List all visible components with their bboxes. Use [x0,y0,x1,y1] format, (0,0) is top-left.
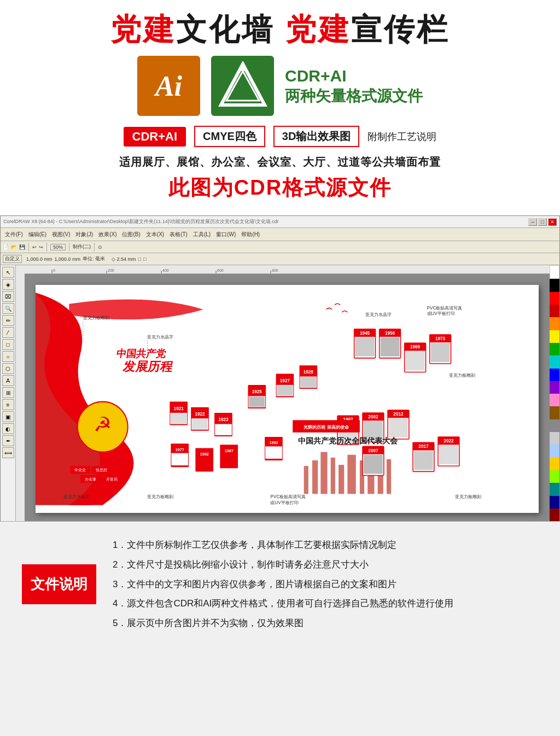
win-minimize[interactable]: ─ [528,218,537,226]
dim-select[interactable]: 自定义 [3,255,22,263]
tool-fill[interactable]: ▣ [2,411,14,422]
svg-rect-20 [339,465,344,494]
svg-rect-78 [265,447,282,459]
tb-save[interactable]: 💾 [19,244,25,250]
swatch-green[interactable] [550,343,559,355]
party-design-svg: ☭ 中国共产党 发展历程 [36,285,539,513]
menu-window[interactable]: 窗口(W) [214,231,238,238]
canvas-wrapper: ☭ 中国共产党 发展历程 [25,274,550,521]
menu-view[interactable]: 视图(V) [50,231,72,238]
swatch-maroon[interactable] [550,509,559,521]
ruler-h-svg: 0 200 400 600 800 [25,265,550,274]
win-close[interactable]: ✕ [548,218,557,226]
swatch-gray[interactable] [550,419,559,432]
tool-text[interactable]: A [2,375,14,386]
tool-interactive[interactable]: ◐ [2,423,14,434]
swatch-cyan[interactable] [550,355,559,368]
tag-craft: 附制作工艺说明 [368,130,436,143]
svg-text:亚克力板雕刻: 亚克力板雕刻 [147,495,173,500]
svg-text:或UV平板打印: 或UV平板打印 [427,311,455,316]
swatch-blue[interactable] [550,369,559,381]
svg-text:中国共产党历次全国代表大会: 中国共产党历次全国代表大会 [298,436,398,445]
menu-edit[interactable]: 编辑(E) [26,231,49,238]
swatch-red[interactable] [550,292,559,305]
win-controls[interactable]: ─ □ ✕ [528,218,557,226]
title-dang2: 党建 [285,12,351,46]
tool-crop[interactable]: ⌧ [2,291,14,302]
svg-rect-18 [320,452,327,494]
left-toolbox: ↖ ◈ ⌧ 🔍 ✏ ∕ □ ○ ⬡ A ⊞ ≡ ▣ ◐ ✒ ⟺ [1,265,16,521]
tag-cmye: CMYE四色 [194,126,265,147]
menu-help[interactable]: 帮助(H) [239,231,262,238]
swatch-purple[interactable] [550,381,559,394]
swatch-white[interactable] [550,265,559,279]
swatch-orange[interactable] [550,317,559,330]
menu-bitmap[interactable]: 位图(B) [120,231,142,238]
tool-node[interactable]: ◈ [2,279,14,290]
menu-table[interactable]: 表格(T) [167,231,190,238]
main-title: 党建文化墙 党建宣传栏 [22,11,538,48]
tool-eyedrop[interactable]: ✒ [2,435,14,446]
menu-text[interactable]: 文本(X) [144,231,166,238]
svg-text:1982: 1982 [200,452,209,457]
menu-object[interactable]: 对象(J) [73,231,95,238]
file-info-item-1: 1．文件中所标制作工艺仅供参考，具体制作工艺要根据实际情况制定 [113,535,538,555]
ruler-horizontal: 0 200 400 600 800 [25,265,550,274]
svg-text:亚克力水晶字: 亚克力水晶字 [63,495,90,500]
zoom-level[interactable]: 50% [50,244,66,250]
swatch-lightgray[interactable] [550,432,559,445]
svg-text:1956: 1956 [385,331,395,336]
menu-file[interactable]: 文件(F) [3,231,25,238]
tool-measure[interactable]: ⟺ [2,447,14,458]
tool-rect[interactable]: □ [2,339,14,350]
dim-x: ◇ 2.54 mm [112,256,136,262]
menu-tools[interactable]: 工具(L) [191,231,213,238]
swatch-teal[interactable] [550,483,559,495]
dim-snap1[interactable]: □ [138,256,141,262]
cdr-logo-svg [218,61,267,110]
swatch-navy[interactable] [550,496,559,509]
tool-poly[interactable]: ⬡ [2,363,14,374]
format-title: CDR+AI [285,65,423,86]
svg-rect-14 [16,265,25,521]
dim-snap2[interactable]: □ [143,256,146,262]
tb-more[interactable]: ⊙ [98,244,102,250]
swatch-brown[interactable] [550,406,559,419]
svg-rect-33 [171,413,186,423]
file-info-item-5: 5．展示页中所含图片并不为实物，仅为效果图 [113,614,538,633]
svg-rect-40 [215,424,232,435]
svg-rect-102 [439,446,458,465]
file-info-item-2: 2．文件尺寸是投稿比例缩小设计，制作时请务必注意尺寸大小 [113,555,538,575]
cdr-main-area: ↖ ◈ ⌧ 🔍 ✏ ∕ □ ○ ⬡ A ⊞ ≡ ▣ ◐ ✒ ⟺ [1,265,559,521]
tb-new[interactable]: 📄 [3,244,9,250]
svg-rect-60 [381,337,400,357]
file-info-list: 1．文件中所标制作工艺仅供参考，具体制作工艺要根据实际情况制定 2．文件尺寸是投… [113,535,538,633]
swatch-pink[interactable] [550,394,559,406]
swatch-lightblue[interactable] [550,445,559,457]
tb-snap[interactable]: 制作(二) [73,243,91,250]
svg-text:2022: 2022 [444,439,454,443]
menu-effects[interactable]: 效果(X) [96,231,119,238]
swatch-darkred[interactable] [550,305,559,317]
tags-row: CDR+AI CMYE四色 3D输出效果图 附制作工艺说明 [22,126,538,147]
tool-zoom2[interactable]: 🔍 [2,303,14,314]
tool-freehand[interactable]: ✏ [2,315,14,326]
tb-undo[interactable]: ↩ [32,244,37,250]
tb-open[interactable]: 📂 [11,244,17,250]
tb-redo[interactable]: ↪ [39,244,43,250]
tool-line[interactable]: ∕ [2,327,14,338]
swatch-yellow[interactable] [550,330,559,343]
tool-table[interactable]: ⊞ [2,387,14,398]
tool-ellipse[interactable]: ○ [2,351,14,362]
tool-select[interactable]: ↖ [2,267,14,278]
svg-text:1969: 1969 [410,345,421,350]
tool-para[interactable]: ≡ [2,399,14,410]
swatch-gold[interactable] [550,458,559,470]
svg-text:发展历程: 发展历程 [121,360,175,374]
swatch-lime[interactable] [550,470,559,483]
win-maximize[interactable]: □ [538,218,547,226]
swatch-black[interactable] [550,279,559,291]
svg-rect-90 [364,455,383,474]
menu-bar: 文件(F) 编辑(E) 视图(V) 对象(J) 效果(X) 位图(B) 文本(X… [1,228,559,241]
icons-row: Ai CDR+AI 两种矢量格式源文件 [22,56,538,116]
